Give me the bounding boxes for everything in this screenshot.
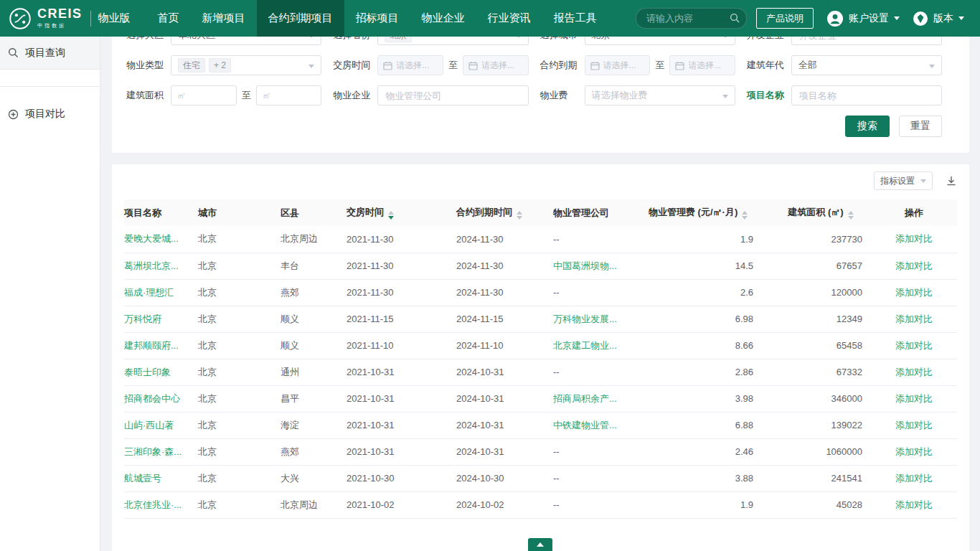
project-name-link[interactable]: 招商都会中心 bbox=[124, 393, 180, 404]
left-sidebar: 项目查询 项目对比 bbox=[0, 37, 100, 551]
product-info-button[interactable]: 产品说明 bbox=[756, 8, 814, 29]
col-header-expiry-date[interactable]: 合约到期时间 bbox=[456, 199, 553, 226]
handover-date-cell: 2021-10-31 bbox=[347, 438, 456, 465]
property-company-input[interactable] bbox=[377, 85, 528, 105]
add-compare-link[interactable]: 添加对比 bbox=[895, 340, 933, 351]
project-name-link[interactable]: 北京佳兆业·... bbox=[124, 499, 182, 510]
build-area-min-input[interactable] bbox=[171, 85, 237, 105]
nav-item-new-projects[interactable]: 新增项目 bbox=[191, 0, 257, 37]
col-header-handover-date[interactable]: 交房时间 bbox=[347, 199, 456, 226]
search-button[interactable]: 搜索 bbox=[845, 116, 890, 137]
nav-item-bidding-projects[interactable]: 招标项目 bbox=[344, 0, 410, 37]
table-row: 爱晚大爱城...北京北京周边2021-11-302024-11-30--1.92… bbox=[124, 226, 957, 253]
project-name-link[interactable]: 爱晚大爱城... bbox=[124, 233, 179, 244]
fee-cell: 2.46 bbox=[649, 438, 771, 465]
filter-build-area: 建筑面积 至 bbox=[126, 85, 321, 105]
company-link[interactable]: 招商局积余产... bbox=[553, 393, 617, 404]
project-name-link[interactable]: 山屿·西山著 bbox=[124, 420, 174, 430]
sort-icon[interactable] bbox=[517, 211, 522, 220]
col-header-fee[interactable]: 物业管理费 (元/㎡·月) bbox=[649, 199, 771, 226]
build-year-value: 全部 bbox=[798, 59, 817, 72]
city-cell: 北京 bbox=[198, 332, 281, 359]
add-compare-link[interactable]: 添加对比 bbox=[895, 393, 933, 404]
table-row: 三湘印象·森...北京燕郊2021-10-312024-10-31--2.461… bbox=[124, 438, 957, 465]
property-fee-select[interactable]: 请选择物业费 bbox=[585, 85, 735, 105]
nav-item-property-companies[interactable]: 物业企业 bbox=[410, 0, 476, 37]
calendar-icon bbox=[383, 61, 392, 70]
reset-button[interactable]: 重置 bbox=[899, 116, 942, 137]
handover-end-date-picker[interactable]: 请选择... bbox=[463, 55, 529, 75]
sort-icon[interactable] bbox=[848, 211, 854, 220]
global-search[interactable] bbox=[636, 8, 747, 29]
sidebar-divider bbox=[0, 86, 100, 87]
download-icon[interactable] bbox=[946, 175, 957, 187]
filter-property-type: 物业类型 住宅 + 2 bbox=[126, 55, 321, 75]
expiry-date-cell: 2024-10-31 bbox=[456, 412, 553, 438]
sort-icon[interactable] bbox=[388, 211, 394, 220]
company-text: -- bbox=[553, 473, 560, 484]
property-company-label: 物业企业 bbox=[333, 89, 377, 102]
col-header-area[interactable]: 建筑面积 (㎡) bbox=[771, 199, 871, 226]
city-cell: 北京 bbox=[198, 359, 281, 385]
sidebar-item-project-search[interactable]: 项目查询 bbox=[0, 37, 100, 70]
search-icon[interactable] bbox=[730, 13, 740, 26]
table-row: 建邦顺颐府...北京顺义2021-11-102024-11-10北京建工物业..… bbox=[124, 332, 957, 359]
sort-icon[interactable] bbox=[742, 211, 748, 220]
main-nav: 首页 新增项目 合约到期项目 招标项目 物业企业 行业资讯 报告工具 bbox=[146, 0, 608, 37]
add-compare-link[interactable]: 添加对比 bbox=[895, 499, 933, 510]
add-compare-link[interactable]: 添加对比 bbox=[895, 260, 933, 271]
project-name-link[interactable]: 三湘印象·森... bbox=[124, 446, 182, 457]
project-name-link[interactable]: 福成·理想汇 bbox=[124, 287, 174, 298]
area-cell: 241541 bbox=[771, 465, 871, 491]
version-label: 版本 bbox=[933, 12, 953, 25]
fee-cell: 3.88 bbox=[649, 465, 771, 491]
nav-item-contract-expiry-projects[interactable]: 合约到期项目 bbox=[257, 0, 344, 37]
add-compare-link[interactable]: 添加对比 bbox=[895, 420, 933, 430]
company-link[interactable]: 中铁建物业管... bbox=[553, 420, 617, 430]
nav-item-report-tools[interactable]: 报告工具 bbox=[542, 0, 608, 37]
range-to-label: 至 bbox=[655, 59, 664, 72]
project-name-link[interactable]: 泰晤士印象 bbox=[124, 367, 171, 377]
handover-start-date-picker[interactable]: 请选择... bbox=[377, 55, 443, 75]
nav-item-industry-news[interactable]: 行业资讯 bbox=[476, 0, 542, 37]
add-compare-link[interactable]: 添加对比 bbox=[895, 287, 933, 298]
area-cell: 67657 bbox=[771, 253, 871, 279]
add-compare-link[interactable]: 添加对比 bbox=[895, 473, 933, 484]
district-cell: 燕郊 bbox=[281, 438, 347, 465]
company-text: -- bbox=[553, 287, 560, 298]
date-placeholder: 请选择... bbox=[603, 60, 636, 72]
company-link[interactable]: 万科物业发展... bbox=[553, 314, 617, 324]
add-compare-link[interactable]: 添加对比 bbox=[895, 233, 933, 244]
add-compare-link[interactable]: 添加对比 bbox=[895, 314, 933, 324]
creis-logo-icon bbox=[9, 7, 32, 30]
company-link[interactable]: 北京建工物业... bbox=[553, 340, 617, 351]
build-year-select[interactable]: 全部 bbox=[791, 55, 942, 75]
handover-date-cell: 2021-10-31 bbox=[347, 359, 456, 385]
property-type-select[interactable]: 住宅 + 2 bbox=[171, 55, 321, 75]
filter-property-fee: 物业费 请选择物业费 bbox=[540, 85, 735, 105]
expiry-end-date-picker[interactable]: 请选择... bbox=[669, 55, 735, 75]
chevron-down-icon bbox=[894, 17, 900, 20]
project-name-link[interactable]: 航城壹号 bbox=[124, 473, 161, 484]
account-settings-menu[interactable]: 账户设置 bbox=[826, 10, 900, 27]
nav-item-home[interactable]: 首页 bbox=[146, 0, 191, 37]
chevron-down-icon bbox=[958, 17, 964, 20]
expiry-start-date-picker[interactable]: 请选择... bbox=[585, 55, 651, 75]
project-name-link[interactable]: 万科悦府 bbox=[124, 314, 161, 324]
build-area-max-input[interactable] bbox=[256, 85, 322, 105]
company-link[interactable]: 中国葛洲坝物... bbox=[553, 260, 617, 271]
add-compare-link[interactable]: 添加对比 bbox=[895, 367, 933, 377]
project-name-link[interactable]: 葛洲坝北京... bbox=[124, 260, 179, 271]
version-menu[interactable]: 版本 bbox=[913, 11, 964, 27]
project-name-input[interactable] bbox=[791, 85, 942, 105]
sidebar-item-label: 项目对比 bbox=[25, 108, 65, 121]
back-to-top-button[interactable] bbox=[528, 538, 552, 551]
district-cell: 燕郊 bbox=[281, 279, 347, 306]
indicator-settings-select[interactable]: 指标设置 bbox=[874, 171, 933, 190]
expiry-date-cell: 2024-10-31 bbox=[456, 438, 553, 465]
sidebar-item-label: 项目查询 bbox=[25, 47, 65, 60]
user-avatar-icon bbox=[826, 10, 844, 27]
project-name-link[interactable]: 建邦顺颐府... bbox=[124, 340, 179, 351]
add-compare-link[interactable]: 添加对比 bbox=[895, 446, 933, 457]
sidebar-item-project-compare[interactable]: 项目对比 bbox=[0, 98, 100, 131]
